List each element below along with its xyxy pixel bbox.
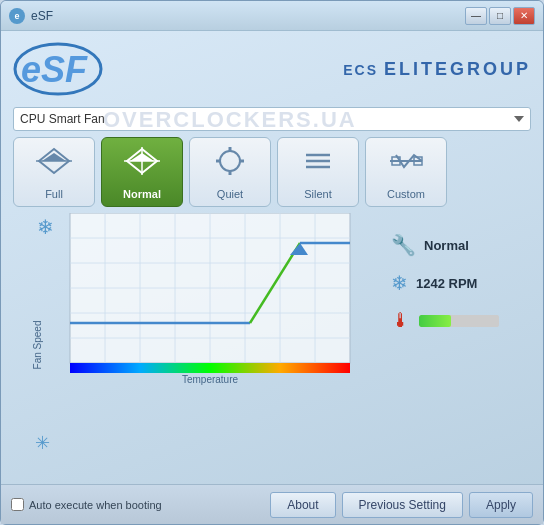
quiet-icon [210, 145, 250, 184]
minimize-button[interactable]: — [465, 7, 487, 25]
mode-info-row: 🔧 Normal [391, 233, 531, 257]
silent-label: Silent [304, 188, 332, 200]
temp-info-row: 🌡 [391, 309, 531, 332]
window-icon: e [9, 8, 25, 24]
custom-icon [386, 145, 426, 184]
temp-progress-bar [419, 315, 499, 327]
fan-modes-row: Full Normal [13, 137, 531, 207]
full-icon [34, 145, 74, 184]
fan-mode-silent[interactable]: Silent [277, 137, 359, 207]
quiet-label: Quiet [217, 188, 243, 200]
fan-max-icon: ❄ [37, 215, 54, 239]
chart-section: Fan Speed ❄ ✳ [13, 213, 531, 476]
about-button[interactable]: About [270, 492, 335, 518]
title-bar: e eSF — □ ✕ [1, 1, 543, 31]
x-axis-label: Temperature [45, 374, 375, 385]
rpm-icon: ❄ [391, 271, 408, 295]
apply-button[interactable]: Apply [469, 492, 533, 518]
normal-icon [122, 145, 162, 184]
wrench-icon: 🔧 [391, 233, 416, 257]
fan-mode-normal[interactable]: Normal [101, 137, 183, 207]
window-title: eSF [31, 9, 465, 23]
fan-chart [45, 213, 375, 373]
rpm-info-row: ❄ 1242 RPM [391, 271, 531, 295]
fan-mode-full[interactable]: Full [13, 137, 95, 207]
maximize-button[interactable]: □ [489, 7, 511, 25]
close-button[interactable]: ✕ [513, 7, 535, 25]
header-row: eSF OVERCLOCKERS.UA ECS ELITEGROUP [13, 39, 531, 99]
thermometer-icon: 🌡 [391, 309, 411, 332]
main-window: e eSF — □ ✕ eSF OVERCLOCKERS.UA ECS [0, 0, 544, 525]
auto-execute-checkbox[interactable] [11, 498, 24, 511]
dropdown-row: CPU Smart Fan System Smart Fan [13, 107, 531, 131]
silent-icon [298, 145, 338, 184]
esf-logo: eSF [13, 42, 103, 97]
bottom-bar: Auto execute when booting About Previous… [1, 484, 543, 524]
svg-text:eSF: eSF [21, 49, 88, 90]
brand-logo: ECS ELITEGROUP [343, 59, 531, 80]
fan-profile-dropdown[interactable]: CPU Smart Fan System Smart Fan [13, 107, 531, 131]
temp-progress-fill [419, 315, 451, 327]
auto-execute-label: Auto execute when booting [29, 499, 162, 511]
fan-mode-custom[interactable]: Custom [365, 137, 447, 207]
chart-area: Fan Speed ❄ ✳ [13, 213, 379, 476]
y-axis-label: Fan Speed [32, 320, 43, 369]
brand-name: ECS [343, 62, 378, 78]
fan-min-icon: ✳ [35, 432, 50, 454]
chart-wrapper: Temperature [45, 213, 375, 385]
custom-label: Custom [387, 188, 425, 200]
rpm-value: 1242 RPM [416, 276, 477, 291]
svg-rect-33 [70, 363, 350, 373]
window-controls: — □ ✕ [465, 7, 535, 25]
mode-value: Normal [424, 238, 469, 253]
info-panel: 🔧 Normal ❄ 1242 RPM 🌡 [391, 213, 531, 476]
previous-setting-button[interactable]: Previous Setting [342, 492, 463, 518]
main-content: eSF OVERCLOCKERS.UA ECS ELITEGROUP CPU S… [1, 31, 543, 484]
full-label: Full [45, 188, 63, 200]
normal-label: Normal [123, 188, 161, 200]
svg-point-9 [220, 151, 240, 171]
fan-mode-quiet[interactable]: Quiet [189, 137, 271, 207]
brand-sub: ELITEGROUP [384, 59, 531, 80]
checkbox-row: Auto execute when booting [11, 498, 264, 511]
